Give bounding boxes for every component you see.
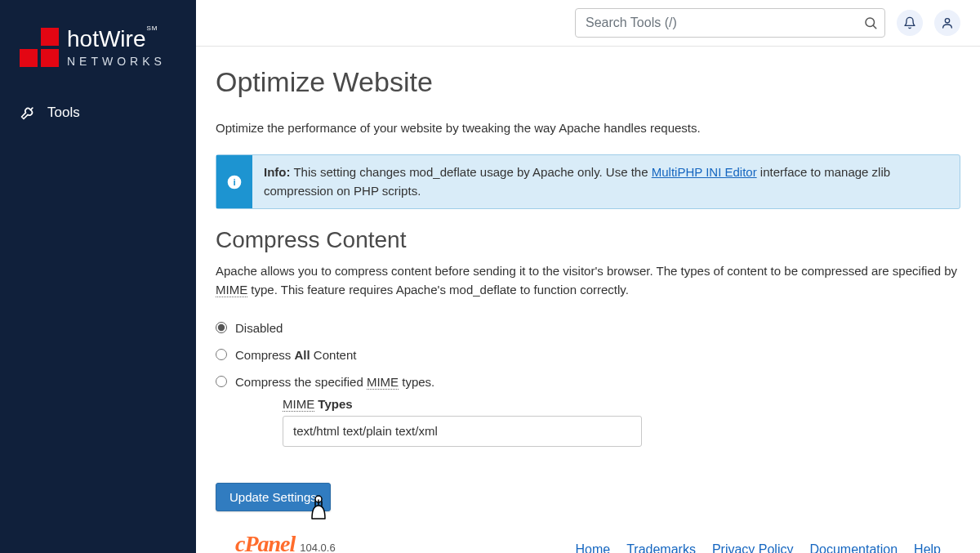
account-button[interactable]	[934, 10, 960, 36]
brand-name-part1: hot	[67, 26, 99, 51]
bell-icon	[903, 16, 916, 29]
page-title: Optimize Website	[216, 66, 960, 98]
search-icon	[863, 16, 878, 30]
logo-mark	[20, 28, 59, 67]
sidebar-item-tools[interactable]: Tools	[0, 95, 196, 131]
mime-types-label-abbr: MIME	[283, 397, 314, 412]
brand-sub: NETWORKS	[67, 56, 166, 67]
radio-disabled-label[interactable]: Disabled	[235, 321, 283, 335]
footer-link-trademarks[interactable]: Trademarks	[626, 542, 696, 554]
mime-types-input[interactable]	[283, 416, 642, 447]
notifications-button[interactable]	[897, 10, 923, 36]
brand-sm: SM	[146, 25, 158, 32]
mime-types-group: MIME Types	[283, 397, 960, 447]
main: Optimize Website Optimize the performanc…	[196, 0, 980, 553]
tools-icon	[20, 105, 36, 121]
radio-compress-all-label[interactable]: Compress All Content	[235, 348, 356, 362]
topbar	[196, 0, 980, 47]
info-callout: i Info: This setting changes mod_deflate…	[216, 154, 960, 209]
radio-compress-specified-label[interactable]: Compress the specified MIME types.	[235, 375, 434, 389]
cpanel-version: 104.0.6	[300, 542, 335, 554]
svg-text:i: i	[233, 176, 235, 187]
footer-link-help[interactable]: Help	[914, 542, 941, 554]
footer-link-home[interactable]: Home	[575, 542, 610, 554]
svg-point-2	[945, 19, 949, 23]
search-wrap	[575, 8, 885, 38]
content: Optimize Website Optimize the performanc…	[196, 47, 980, 553]
compress-radio-group: Disabled Compress All Content Compress t…	[216, 321, 960, 447]
search-input[interactable]	[575, 8, 885, 38]
search-button[interactable]	[861, 13, 880, 33]
footer-link-docs[interactable]: Documentation	[809, 542, 898, 554]
brand-logo: hotWireSM NETWORKS	[0, 0, 196, 95]
footer-link-privacy[interactable]: Privacy Policy	[712, 542, 794, 554]
section-title: Compress Content	[216, 227, 960, 253]
update-settings-button[interactable]: Update Settings	[216, 483, 331, 511]
mime-types-label-post: Types	[314, 397, 352, 411]
brand-name-part2: Wire	[99, 26, 146, 51]
page-description: Optimize the performance of your website…	[216, 121, 960, 135]
radio-disabled[interactable]	[216, 322, 227, 333]
svg-point-0	[866, 18, 875, 27]
svg-line-1	[873, 25, 875, 28]
mime-abbr: MIME	[216, 283, 247, 297]
radio-compress-specified[interactable]	[216, 376, 227, 387]
info-text-before: This setting changes mod_deflate usage b…	[290, 165, 651, 179]
footer: cPanel 104.0.6 Home Trademarks Privacy P…	[216, 511, 960, 554]
info-label: Info:	[264, 165, 290, 179]
sidebar: hotWireSM NETWORKS Tools	[0, 0, 196, 553]
radio-compress-all[interactable]	[216, 349, 227, 360]
user-icon	[941, 16, 954, 29]
cpanel-logo: cPanel	[235, 531, 295, 554]
sidebar-item-label: Tools	[47, 105, 80, 121]
multiphp-ini-editor-link[interactable]: MultiPHP INI Editor	[652, 165, 757, 179]
info-icon: i	[216, 155, 252, 208]
section-description: Apache allows you to compress content be…	[216, 261, 960, 300]
